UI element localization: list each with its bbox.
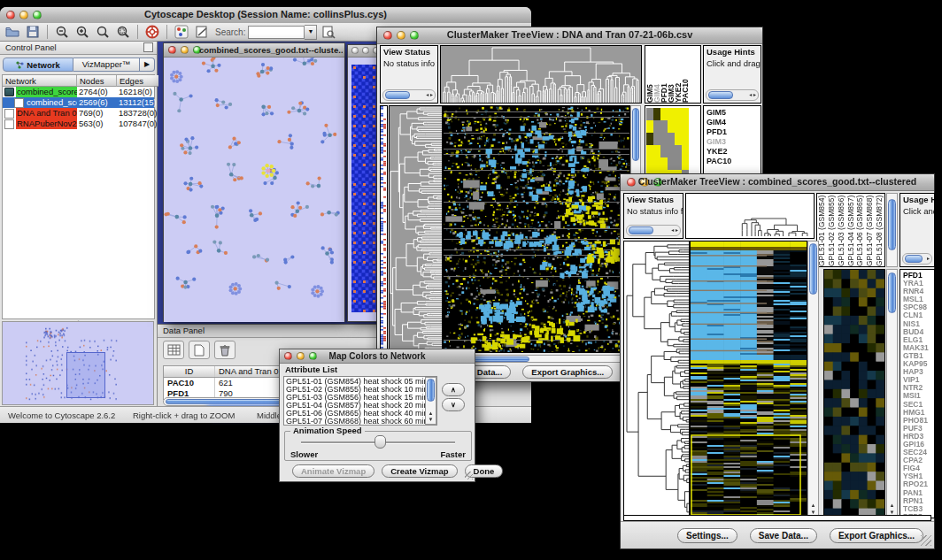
tv1-column-label[interactable]: YKE2 [674,46,681,103]
tv2-zoom-heatmap[interactable] [823,269,885,518]
network-view-titlebar[interactable]: combined_scores_good.txt--cluste... [164,43,344,58]
network-view-window: combined_scores_good.txt--cluste... [163,42,345,322]
float-panel-icon[interactable] [143,42,153,52]
tv1-gene-item[interactable]: PFD1 [706,127,761,137]
minimize-button[interactable] [181,46,189,54]
tv1-column-label[interactable]: PAC10 [681,46,688,103]
vizmap-nodes-icon[interactable] [173,24,190,40]
tv1-usage-hints: Usage Hints Click and drag to ◂ ▸ [703,45,761,104]
save-button[interactable] [24,24,42,40]
tv2-zoom-heatmap-canvas[interactable] [824,270,884,518]
dialog-titlebar[interactable]: Map Colors to Network [280,349,475,364]
tv2-column-tree[interactable] [685,193,815,239]
zoom-in-icon[interactable] [73,24,91,40]
map-colors-dialog: Map Colors to Network Attribute List GPL… [279,349,475,482]
zoom-fit-icon[interactable] [94,24,112,40]
tv1-column-dendrogram[interactable] [440,45,642,104]
dialog-action-button[interactable]: Create Vizmap [382,464,457,478]
tv2-zoom-vscrollbar[interactable]: ▲▼ [886,269,898,518]
tv2-hints-scrollbar[interactable]: ▸ [902,253,932,265]
birdseye-viewport[interactable] [66,352,105,398]
network-search-icon[interactable] [320,24,337,40]
dialog-resize-grip[interactable] [465,472,473,479]
tv2-column-label[interactable]: GPL51-04 (GSM857) [846,194,856,266]
tv1-column-dendrogram-canvas[interactable] [441,46,641,103]
tv1-status-scrollbar[interactable]: ◂ ▸ [382,89,436,101]
open-file-button[interactable] [4,24,21,40]
col-network[interactable]: Network [3,75,77,87]
tv2-row-dendrogram-canvas[interactable] [624,242,689,518]
zoom-out-icon[interactable] [53,24,71,40]
col-nodes[interactable]: Nodes [77,75,117,87]
tv1-row-dendrogram[interactable] [389,105,443,353]
treeview1-titlebar[interactable]: ClusterMaker TreeView : DNA and Tran 07-… [377,27,762,44]
col-edges[interactable]: Edges [117,75,158,87]
close-button[interactable] [351,47,359,54]
attribute-item[interactable]: GPL51-07 (GSM868) heat shock 60 min [284,418,436,426]
tv2-status-scrollbar[interactable]: ◂ ▸ [626,225,681,236]
tv1-gene-item[interactable]: GIM4 [706,118,761,127]
search-combo[interactable]: ▼ [248,25,317,40]
tv1-hints-scrollbar[interactable]: ◂ ▸ [706,89,759,101]
tv1-action-button[interactable]: Export Graphics... [522,365,613,379]
tv2-action-button[interactable]: Export Graphics... [830,528,923,543]
tv2-heatmap-canvas[interactable] [691,242,807,518]
zoom-selected-icon[interactable] [114,24,132,40]
tv1-column-label[interactable]: PFD1 [660,46,667,103]
tv1-column-label[interactable]: GIM3 [667,46,674,103]
tv2-heatmap[interactable] [690,241,807,518]
tab-overflow-arrow[interactable]: ▶ [140,58,155,72]
network-canvas[interactable] [164,58,344,322]
network-row[interactable]: combined_scores 2764(0) 16218(0) [3,87,154,97]
tv1-row-dendrogram-canvas[interactable] [390,106,442,352]
control-panel: Control Panel Network VizMapper™ ▶ Netwo… [0,42,158,407]
close-button[interactable] [168,46,176,54]
birdseye-view[interactable] [2,321,154,405]
tv2-action-button[interactable]: Settings... [677,528,737,543]
search-dropdown-button[interactable]: ▼ [305,25,317,40]
tv1-column-label[interactable]: GIM4 [652,46,660,103]
annotation-icon[interactable] [193,24,211,40]
tv2-column-label[interactable]: GPL51-06 (GSM865) [855,194,865,266]
help-lifering-icon[interactable] [143,24,161,40]
tab-vizmapper[interactable]: VizMapper™ [73,58,140,72]
animation-slider-thumb[interactable] [374,435,386,449]
new-attribute-icon[interactable] [189,341,210,359]
delete-attribute-trash-icon[interactable] [214,341,236,359]
network-row[interactable]: RNAPuberNov2+ 563(0) 107847(0) [3,119,154,129]
tv1-column-label[interactable]: GIM5 [645,46,652,103]
dialog-action-button[interactable]: Animate Vizmap [292,464,374,478]
tv2-column-label[interactable]: GPL51-07 (GSM868) [865,194,875,266]
tv1-gene-item[interactable]: YKE2 [706,147,761,157]
tv1-gene-item[interactable]: GIM5 [706,108,761,118]
tv1-cluster-matrix-canvas[interactable] [646,108,689,182]
tv2-usage-hints: Usage Hints Click and drag ▸ [900,193,935,267]
tv2-column-label[interactable]: GPL51-02 (GSM855) [827,194,837,266]
tv2-column-tree-canvas[interactable] [686,194,814,238]
network-row[interactable]: DNA and Tran 07 769(0) 183728(0) [3,108,154,119]
attribute-list-scrollbar[interactable]: ▲▼ [425,377,436,425]
move-down-button[interactable]: ∨ [442,398,465,411]
network-row[interactable]: combined_sco 2569(6) 13112(15) [3,97,154,108]
main-titlebar[interactable]: Cytoscape Desktop (Session Name: collins… [0,7,531,24]
tv1-heatmap[interactable] [443,105,630,353]
tv2-row-dendrogram[interactable] [623,241,690,518]
tv1-gene-item[interactable]: PAC10 [706,157,761,166]
tv2-resize-grip[interactable] [921,535,931,546]
tv2-column-label[interactable]: GPL51-03 (GSM856) [837,194,846,266]
tv1-column-label-list: GIM5GIM4PFD1GIM3YKE2PAC10 [645,46,700,103]
tv2-column-label[interactable]: GPL51-08 (GSM872) [875,194,884,266]
tv1-row-overview-strip[interactable] [380,105,388,353]
tv2-heatmap-vscrollbar[interactable]: ▲▼ [807,241,819,518]
attribute-table-icon[interactable] [163,341,184,359]
move-up-button[interactable]: ∧ [442,383,465,396]
tv1-heatmap-canvas[interactable] [444,106,629,352]
treeview2-titlebar[interactable]: ClusterMaker TreeView : combined_scores_… [621,174,934,191]
tv2-labels-vscrollbar[interactable] [886,193,898,267]
tab-network[interactable]: Network [3,58,73,72]
minimize-button[interactable] [362,47,369,54]
tv2-action-button[interactable]: Save Data... [750,528,817,543]
tv1-row-strip-canvas[interactable] [381,106,387,352]
search-input[interactable] [248,26,305,39]
tv1-gene-item[interactable]: GIM3 [706,137,761,147]
